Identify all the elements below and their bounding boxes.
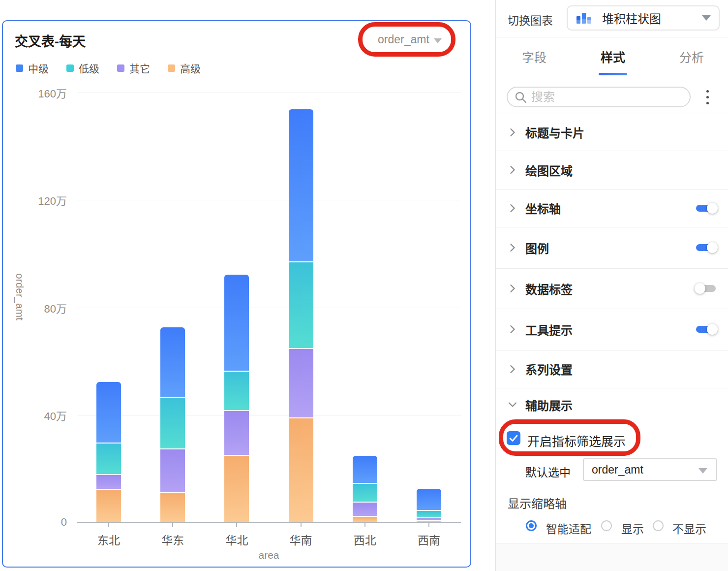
section-legend[interactable]: 图例 (496, 227, 728, 268)
y-axis-tick-label: 40万 (44, 407, 67, 423)
legend-swatch (16, 64, 23, 72)
stacked-bar-东北[interactable] (96, 382, 121, 522)
chevron-right-icon (510, 204, 516, 213)
app-root: 交叉表-每天 order_amt 中级低级其它高级 160万120万80万40万… (0, 0, 728, 571)
bar-segment-低级[interactable] (289, 262, 313, 348)
section-tooltip[interactable]: 工具提示 (496, 309, 728, 350)
chart-switcher-label: 切换图表 (508, 11, 553, 28)
bar-segment-低级[interactable] (353, 484, 377, 502)
metric-selector-dropdown[interactable]: order_amt (378, 33, 442, 46)
metric-filter-checkbox-label[interactable]: 开启指标筛选展示 (527, 432, 626, 449)
default-selected-dropdown[interactable]: order_amt (583, 458, 717, 481)
section-axes[interactable]: 坐标轴 (496, 189, 728, 227)
bar-segment-高级[interactable] (160, 493, 185, 522)
bar-segment-其它[interactable] (224, 411, 249, 455)
bar-segment-中级[interactable] (224, 275, 249, 371)
stacked-bar-华北[interactable] (224, 275, 249, 522)
chevron-right-icon (510, 325, 516, 334)
y-axis-title: order_amt (14, 273, 26, 320)
bar-segment-高级[interactable] (96, 490, 121, 522)
check-icon (508, 432, 519, 444)
bar-segment-中级[interactable] (353, 456, 377, 483)
legend-label: 中级 (28, 61, 49, 75)
caret-down-icon (698, 468, 707, 474)
x-axis-line (77, 522, 461, 523)
section-plot-area[interactable]: 绘图区域 (496, 151, 728, 189)
chart-legend: 中级低级其它高级 (16, 61, 201, 75)
bar-segment-中级[interactable] (96, 382, 121, 443)
chevron-right-icon (510, 165, 516, 174)
x-axis-label: 华南 (290, 531, 312, 548)
radio-hide[interactable] (653, 520, 664, 531)
bar-segment-中级[interactable] (289, 109, 313, 261)
section-series-settings[interactable]: 系列设置 (496, 350, 728, 388)
thumbnail-axis-label: 显示缩略轴 (508, 494, 567, 511)
legend-item[interactable]: 中级 (16, 61, 49, 75)
panel-footer (496, 543, 728, 571)
metric-filter-checkbox[interactable] (507, 431, 520, 445)
bar-segment-低级[interactable] (224, 372, 249, 410)
x-axis-tick (236, 522, 237, 527)
axes-toggle[interactable] (696, 205, 716, 212)
stacked-bar-西北[interactable] (353, 456, 377, 522)
tab-fields[interactable]: 字段 (522, 48, 546, 65)
bar-segment-中级[interactable] (160, 327, 185, 397)
stacked-bar-西南[interactable] (417, 489, 441, 522)
kebab-menu-icon[interactable] (705, 89, 710, 105)
radio-show-label[interactable]: 显示 (621, 520, 644, 537)
bar-segment-中级[interactable] (417, 489, 441, 510)
bar-segment-其它[interactable] (160, 449, 185, 492)
tab-analysis[interactable]: 分析 (679, 48, 704, 65)
bar-segment-高级[interactable] (224, 456, 249, 522)
y-axis-tick-label: 120万 (38, 192, 67, 208)
legend-label: 低级 (79, 61, 99, 75)
active-tab-underline (599, 73, 627, 75)
bar-segment-低级[interactable] (96, 444, 121, 474)
x-axis-tick (172, 522, 173, 527)
bar-segment-高级[interactable] (353, 517, 377, 522)
bar-segment-低级[interactable] (417, 511, 441, 517)
bar-segment-其它[interactable] (417, 518, 441, 520)
bar-segment-高级[interactable] (289, 418, 313, 522)
gridline (77, 415, 461, 415)
caret-down-icon (434, 38, 442, 43)
legend-toggle[interactable] (696, 244, 716, 251)
legend-item[interactable]: 高级 (168, 61, 201, 75)
radio-hide-label[interactable]: 不显示 (672, 520, 706, 537)
legend-item[interactable]: 其它 (117, 61, 150, 75)
y-axis-tick-label: 0 (61, 516, 67, 529)
tab-style[interactable]: 样式 (601, 48, 625, 65)
chevron-right-icon (510, 128, 516, 137)
section-auxiliary-display[interactable]: 辅助展示 (496, 388, 728, 421)
x-axis-tick (364, 522, 365, 527)
stacked-bar-chart-icon (576, 13, 591, 24)
tooltip-toggle[interactable] (696, 326, 716, 333)
chart-type-dropdown[interactable]: 堆积柱状图 (567, 5, 720, 31)
x-axis-title: area (77, 549, 461, 561)
data-labels-toggle[interactable] (696, 285, 716, 292)
metric-selector-value: order_amt (378, 33, 429, 46)
chart-type-value: 堆积柱状图 (602, 9, 661, 27)
stacked-bar-华南[interactable] (289, 109, 313, 522)
x-axis-label: 华东 (161, 531, 184, 548)
section-title-card[interactable]: 标题与卡片 (496, 114, 728, 151)
bar-segment-其它[interactable] (353, 503, 377, 516)
search-input[interactable] (507, 87, 691, 107)
section-data-labels[interactable]: 数据标签 (496, 268, 728, 309)
radio-smart-fit-label[interactable]: 智能适配 (546, 520, 591, 537)
stacked-bar-华东[interactable] (160, 327, 185, 522)
gridline (77, 200, 461, 200)
radio-show[interactable] (601, 520, 612, 531)
bar-segment-高级[interactable] (417, 521, 441, 522)
x-axis-tick (428, 522, 429, 527)
bar-segment-其它[interactable] (96, 475, 121, 489)
default-selected-label: 默认选中 (525, 463, 571, 480)
x-axis-label: 华北 (225, 531, 248, 548)
bar-segment-低级[interactable] (160, 398, 185, 448)
divider (496, 37, 728, 37)
gridline (77, 93, 461, 93)
legend-item[interactable]: 低级 (66, 61, 99, 75)
legend-swatch (168, 64, 175, 72)
radio-smart-fit[interactable] (526, 520, 537, 531)
bar-segment-其它[interactable] (289, 349, 313, 417)
